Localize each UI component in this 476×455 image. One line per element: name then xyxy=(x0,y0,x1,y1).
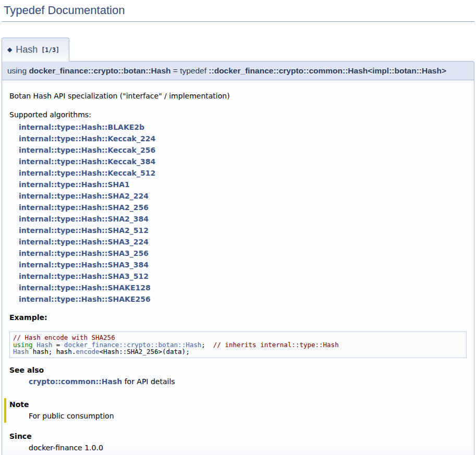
code-line: // Hash encode with SHA256 xyxy=(13,334,463,341)
algorithm-link[interactable]: internal::type::Hash::SHA3_224 xyxy=(19,236,467,248)
algorithm-link[interactable]: internal::type::Hash::SHAKE128 xyxy=(19,282,467,293)
page-title: Typedef Documentation xyxy=(2,0,474,22)
supported-algorithms-label: Supported algorithms: xyxy=(9,110,467,120)
code-token: <Hash::SHA2_256>(data); xyxy=(100,348,190,355)
note-section: Note For public consumption xyxy=(4,398,467,423)
example-label: Example: xyxy=(9,313,467,323)
member-documentation: Botan Hash API specialization ("interfac… xyxy=(2,80,474,455)
code-symbol-link[interactable]: Hash xyxy=(13,348,29,355)
description-text: Botan Hash API specialization ("interfac… xyxy=(9,91,467,101)
decl-equals-typedef: = typedef xyxy=(171,66,209,75)
see-also-link[interactable]: crypto::common::Hash xyxy=(29,377,122,386)
since-text: docker-finance 1.0.0 xyxy=(29,443,467,453)
note-label: Note xyxy=(9,400,467,410)
member-title-tab: ◆Hash[1/3] xyxy=(2,38,69,62)
algorithm-link[interactable]: internal::type::Hash::Keccak_256 xyxy=(19,144,467,156)
decl-using-keyword: using xyxy=(7,66,29,75)
see-also-section: See also crypto::common::Hash for API de… xyxy=(9,365,467,387)
code-line: using Hash = docker_finance::crypto::bot… xyxy=(13,341,463,349)
since-label: Since xyxy=(9,432,467,441)
algorithm-link[interactable]: internal::type::Hash::SHA3_256 xyxy=(19,248,467,259)
algorithm-link[interactable]: internal::type::Hash::Keccak_512 xyxy=(19,167,467,179)
member-overload-badge: [1/3] xyxy=(41,46,59,54)
algorithm-link[interactable]: internal::type::Hash::SHA2_384 xyxy=(19,213,467,225)
algorithm-link[interactable]: internal::type::Hash::SHA3_512 xyxy=(19,270,467,282)
member-prototype: using docker_finance::crypto::botan::Has… xyxy=(2,61,474,80)
algorithm-link[interactable]: internal::type::Hash::Keccak_224 xyxy=(19,133,467,144)
code-line: Hash hash; hash.encode<Hash::SHA2_256>(d… xyxy=(13,348,463,355)
code-symbol-link[interactable]: encode xyxy=(76,348,99,355)
permalink-diamond-icon[interactable]: ◆ xyxy=(7,46,12,53)
algorithm-list: internal::type::Hash::BLAKE2binternal::t… xyxy=(19,121,467,305)
see-also-label: See also xyxy=(9,365,467,375)
algorithm-link[interactable]: internal::type::Hash::Keccak_384 xyxy=(19,156,467,167)
code-token: ; xyxy=(201,341,213,349)
algorithm-link[interactable]: internal::type::Hash::SHA2_224 xyxy=(19,190,467,202)
algorithm-link[interactable]: internal::type::Hash::SHA3_384 xyxy=(19,259,467,270)
since-section: Since docker-finance 1.0.0 xyxy=(9,432,467,453)
member-name: Hash xyxy=(16,44,38,55)
doc-page: Typedef Documentation ◆Hash[1/3] using d… xyxy=(0,0,476,455)
algorithm-link[interactable]: internal::type::Hash::BLAKE2b xyxy=(19,121,467,133)
algorithm-link[interactable]: internal::type::Hash::SHAKE256 xyxy=(19,293,467,305)
code-token: // inherits internal::type::Hash xyxy=(213,341,339,349)
algorithm-link[interactable]: internal::type::Hash::SHA2_512 xyxy=(19,225,467,236)
see-also-text: for API details xyxy=(122,377,175,386)
decl-target-type: ::docker_finance::crypto::common::Hash<i… xyxy=(209,66,446,75)
algorithm-link[interactable]: internal::type::Hash::SHA2_256 xyxy=(19,202,467,213)
algorithm-link[interactable]: internal::type::Hash::SHA1 xyxy=(19,179,467,190)
code-token: hash; hash. xyxy=(29,348,76,355)
see-also-content: crypto::common::Hash for API details xyxy=(29,377,467,387)
decl-typedef-name: docker_finance::crypto::botan::Hash xyxy=(29,66,170,75)
code-example-fragment: // Hash encode with SHA256using Hash = d… xyxy=(9,331,467,358)
member-item-hash: ◆Hash[1/3] using docker_finance::crypto:… xyxy=(2,38,474,455)
note-text: For public consumption xyxy=(29,411,467,421)
